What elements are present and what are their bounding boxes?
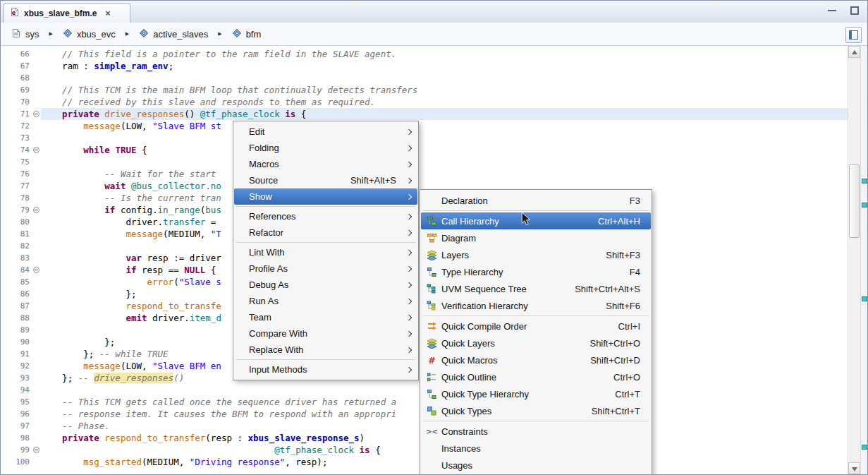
breadcrumb-item-xbus-evc[interactable]: xbus_evc [59, 27, 119, 42]
menu-item-macros[interactable]: Macros [234, 156, 417, 172]
line-number: 98 [1, 432, 32, 444]
code-line-69[interactable]: 69 // This TCM is the main BFM loop that… [1, 84, 848, 96]
menu-item-folding[interactable]: Folding [234, 140, 417, 156]
code-line-75[interactable]: 75 [1, 156, 848, 168]
line-number: 70 [1, 96, 32, 108]
menu-item-replace-with[interactable]: Replace With [234, 342, 417, 358]
toggle-breadcrumb-button[interactable] [845, 27, 862, 43]
menu-item-team[interactable]: Team [234, 309, 417, 325]
line-number: 72 [1, 120, 32, 132]
fold-spacer [32, 408, 41, 420]
occurrence-mark[interactable] [862, 179, 867, 184]
code-line-72[interactable]: 72 message(LOW, "Slave BFM st [1, 120, 848, 132]
fold-spacer [32, 288, 41, 300]
breadcrumb-item-active-slaves[interactable]: active_slaves [135, 27, 212, 42]
menu-item-label: Declaration [441, 196, 630, 206]
menu-item-quick-layers[interactable]: Quick LayersShift+Ctrl+O [421, 335, 651, 351]
line-number: 91 [1, 348, 32, 360]
code-line-73[interactable]: 73 [1, 132, 848, 144]
menu-item-label: Refactor [249, 227, 396, 238]
menu-item-quick-type-hierarchy[interactable]: Quick Type HierarchyCtrl+T [421, 385, 651, 402]
menu-item-references[interactable]: References [234, 208, 417, 224]
menu-item-constraints[interactable]: ><Constraints [421, 423, 651, 440]
layers-icon [422, 250, 441, 260]
quick-compile-order-icon [422, 321, 441, 332]
occurrence-mark[interactable] [862, 203, 867, 208]
line-number: 68 [1, 72, 32, 84]
breadcrumb-label: bfm [246, 29, 262, 40]
code-line-71[interactable]: 71 private drive_responses() @tf_phase_c… [1, 108, 848, 120]
menu-item-label: Quick Macros [441, 355, 590, 366]
menu-item-edit[interactable]: Edit [234, 124, 417, 140]
occurrence-mark[interactable] [862, 296, 867, 301]
menu-item-debug-as[interactable]: Debug As [234, 277, 417, 293]
line-number: 66 [1, 48, 32, 60]
menu-item-instances[interactable]: Instances [421, 440, 651, 457]
breadcrumb-item-bfm[interactable]: bfm [228, 27, 265, 42]
editor-tab[interactable]: e xbus_slave_bfm.e × [4, 3, 130, 23]
menu-shortcut: Shift+Alt+S [350, 175, 405, 186]
menu-item-declaration[interactable]: DeclarationF3 [421, 192, 651, 209]
menu-item-run-as[interactable]: Run As [234, 293, 417, 309]
menu-item-show[interactable]: Show [234, 188, 417, 205]
editor-tab-bar: e xbus_slave_bfm.e × [1, 1, 867, 23]
fold-marker-icon[interactable] [32, 264, 41, 276]
fold-marker-icon[interactable] [32, 204, 41, 216]
menu-item-source[interactable]: SourceShift+Alt+S [234, 172, 417, 188]
code-line-76[interactable]: 76 -- Wait for the start [1, 168, 848, 180]
menu-item-call-hierarchy[interactable]: Call HierarchyCtrl+Alt+H [421, 212, 651, 229]
menu-shortcut: Shift+Ctrl+O [589, 338, 649, 349]
code-text: // received by this slave and responds t… [41, 96, 848, 108]
scroll-down-arrow-icon[interactable] [848, 462, 860, 474]
menu-item-uvm-sequence-tree[interactable]: UVM Sequence TreeShift+Ctrl+Alt+S [421, 280, 651, 297]
scrollbar-thumb[interactable] [849, 164, 860, 238]
menu-item-type-hierarchy[interactable]: Type HierarchyF4 [421, 263, 651, 280]
menu-item-refactor[interactable]: Refactor [234, 224, 417, 241]
code-text: // This field is a pointer to the ram fi… [41, 48, 848, 60]
menu-item-verification-hierarchy[interactable]: Verification HierarchyShift+F6 [421, 297, 651, 314]
quick-macros-icon: # [422, 355, 441, 366]
occurrence-mark[interactable] [862, 445, 867, 450]
fold-marker-icon[interactable] [32, 444, 41, 456]
menu-shortcut: Shift+Ctrl+D [590, 355, 649, 366]
menu-item-diagram[interactable]: Diagram [421, 229, 651, 246]
menu-item-lint-with[interactable]: Lint With [234, 244, 417, 260]
code-line-68[interactable]: 68 [1, 72, 848, 84]
menu-item-quick-macros[interactable]: #Quick MacrosShift+Ctrl+D [421, 351, 651, 368]
code-line-67[interactable]: 67 ram : simple_ram_env; [1, 60, 848, 72]
submenu-arrow-icon [405, 176, 414, 185]
tab-close-icon[interactable]: × [105, 8, 110, 18]
scroll-up-arrow-icon[interactable] [848, 46, 860, 58]
menu-item-label: Quick Types [441, 406, 592, 416]
fold-marker-icon[interactable] [32, 108, 41, 120]
vertical-scrollbar[interactable] [848, 46, 860, 474]
code-text [41, 72, 848, 84]
e-file-icon: e [10, 7, 20, 20]
menu-item-profile-as[interactable]: Profile As [234, 260, 417, 277]
menu-item-compare-with[interactable]: Compare With [234, 325, 417, 342]
line-number: 82 [1, 240, 32, 252]
code-line-66[interactable]: 66 // This field is a pointer to the ram… [1, 48, 848, 60]
code-line-70[interactable]: 70 // received by this slave and respond… [1, 96, 848, 108]
menu-item-quick-outline[interactable]: Quick OutlineCtrl+O [421, 368, 651, 385]
fold-spacer [32, 120, 41, 132]
line-number: 93 [1, 372, 32, 384]
overview-ruler[interactable] [860, 46, 867, 474]
menu-item-usages[interactable]: Usages [421, 457, 651, 474]
maximize-icon[interactable] [849, 5, 860, 16]
fold-spacer [32, 180, 41, 192]
fold-marker-icon[interactable] [32, 144, 41, 156]
menu-item-quick-compile-order[interactable]: Quick Compile OrderCtrl+I [421, 318, 651, 335]
line-number: 88 [1, 312, 32, 324]
menu-item-layers[interactable]: LayersShift+F3 [421, 246, 651, 263]
submenu-arrow-icon [405, 346, 414, 354]
menu-separator [236, 206, 415, 207]
line-number: 80 [1, 216, 32, 228]
submenu-arrow-icon [405, 128, 414, 136]
breadcrumb-item-sys[interactable]: sys [8, 27, 43, 42]
code-line-74[interactable]: 74 while TRUE { [1, 144, 848, 156]
menu-item-label: Diagram [441, 233, 640, 243]
menu-item-input-methods[interactable]: Input Methods [234, 361, 417, 378]
menu-item-quick-types[interactable]: Quick TypesShift+Ctrl+T [421, 402, 651, 419]
minimize-icon[interactable] [826, 5, 838, 16]
